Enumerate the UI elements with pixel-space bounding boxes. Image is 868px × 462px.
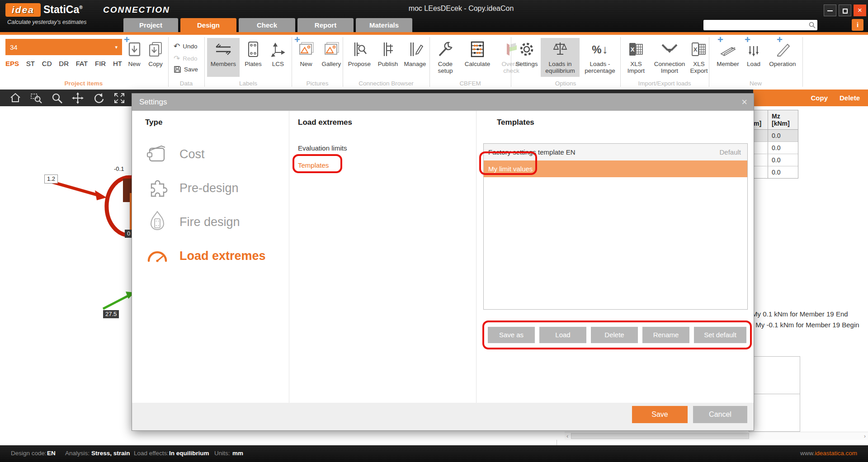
tab-design[interactable]: Design (180, 18, 236, 32)
load-template-button[interactable]: Load (539, 327, 586, 343)
group-label-cbfem: CBFEM (430, 80, 510, 87)
scroll-right-icon[interactable]: › (864, 433, 866, 439)
search-icon[interactable] (808, 21, 816, 29)
fit-view-icon[interactable] (113, 92, 126, 104)
calculate-button[interactable]: Calculate (460, 38, 495, 77)
template-row-selected[interactable]: My limit values (484, 160, 747, 177)
rotate-icon[interactable] (92, 92, 105, 104)
maximize-button[interactable] (839, 5, 851, 16)
divider (557, 440, 557, 445)
info-button[interactable]: i (852, 19, 863, 31)
picture-new-button[interactable]: + New (294, 38, 318, 77)
product-name: CONNECTION (103, 5, 170, 15)
manage-button[interactable]: Manage (402, 38, 428, 77)
cost-icon (145, 142, 170, 166)
copy-item-button[interactable]: Copy (811, 94, 828, 102)
copy-project-item-button[interactable]: Copy (145, 38, 166, 77)
scene-3d-view[interactable] (0, 106, 136, 441)
type-item-pre-design[interactable]: Pre-design (145, 175, 281, 201)
code-setup-button[interactable]: Code setup (431, 38, 459, 77)
connection-import-button[interactable]: Connection Import (650, 38, 689, 77)
labels-lcs-toggle[interactable]: LCS (266, 38, 290, 77)
home-icon[interactable] (9, 92, 22, 104)
scroll-left-icon[interactable]: ‹ (566, 433, 568, 439)
dialog-save-button[interactable]: Save (632, 406, 688, 423)
delete-item-button[interactable]: Delete (840, 94, 860, 102)
evaluation-limits-link[interactable]: Evaluation limits (298, 144, 347, 152)
note-line: My 0.1 kNm for Member 19 End (752, 309, 859, 320)
table-row[interactable]: 0.0 (752, 142, 798, 154)
table-row[interactable]: 0.0 (752, 130, 798, 142)
horizontal-scrollbar[interactable]: ‹ › (565, 432, 868, 440)
xls-export-button[interactable]: X XLS Export (690, 38, 708, 77)
divider (289, 111, 289, 403)
templates-list: Factory settings template EN Default My … (483, 143, 748, 310)
bottom-strip (0, 440, 868, 445)
type-item-cost[interactable]: Cost (145, 141, 281, 167)
type-item-load-extremes[interactable]: Load extremes (145, 243, 281, 269)
search-box (703, 20, 817, 30)
new-operation-button[interactable]: + Operation (765, 38, 800, 77)
search-input[interactable] (704, 20, 807, 29)
redo-button[interactable]: ↷ Redo (174, 54, 198, 63)
zoom-icon[interactable] (51, 92, 63, 104)
filter-st[interactable]: ST (26, 60, 35, 67)
application-window: idea StatiCa® CONNECTION Calculate yeste… (0, 0, 868, 462)
filter-fir[interactable]: FIR (95, 60, 106, 67)
settings-dialog: Settings × Type Cost Pre-design (132, 93, 754, 431)
filter-ht[interactable]: HT (113, 60, 122, 67)
picture-gallery-button[interactable]: Gallery (319, 38, 344, 77)
publish-button[interactable]: Publish (375, 38, 401, 77)
new-member-button[interactable]: + Member (713, 38, 742, 77)
zoom-window-icon[interactable] (30, 92, 42, 104)
rename-template-button[interactable]: Rename (642, 327, 689, 343)
right-panel-box (749, 356, 800, 394)
tab-check[interactable]: Check (239, 18, 295, 32)
new-load-button[interactable]: + Load (744, 38, 764, 77)
template-row-factory[interactable]: Factory settings template EN Default (484, 144, 747, 160)
xls-import-button[interactable]: X XLS Import (623, 38, 649, 77)
manage-icon (407, 41, 423, 58)
abacus-icon (469, 41, 486, 58)
connection-import-icon (660, 42, 679, 57)
filter-fat[interactable]: FAT (76, 60, 88, 67)
labels-members-toggle[interactable]: Members (207, 38, 240, 77)
dialog-title-bar[interactable]: Settings × (132, 94, 754, 111)
website-link[interactable]: www.ideastatica.com (800, 450, 857, 457)
divider (802, 37, 803, 87)
table-row[interactable]: 0.0 (752, 154, 798, 166)
delete-template-button[interactable]: Delete (591, 327, 638, 343)
scrollbar-thumb[interactable] (571, 433, 749, 439)
tab-materials[interactable]: Materials (356, 18, 412, 32)
loads-percentage-button[interactable]: % ↓ Loads - percentage (580, 38, 619, 77)
close-button[interactable]: × (854, 5, 866, 16)
members-icon (214, 41, 233, 57)
idea-logo-text: idea (12, 5, 34, 15)
type-item-fire-design[interactable]: Fire design (145, 209, 281, 235)
pan-icon[interactable] (71, 92, 84, 104)
dialog-close-icon[interactable]: × (741, 95, 747, 109)
loads-in-equilibrium-toggle[interactable]: Loads in equilibrium (541, 38, 580, 77)
labels-plates-toggle[interactable]: Plates (241, 38, 265, 77)
new-project-item-button[interactable]: + New (124, 38, 144, 77)
save-button[interactable]: Save (174, 66, 198, 73)
project-item-dropdown[interactable]: 34 ▾ (5, 39, 122, 55)
undo-button[interactable]: ↶ Undo (174, 42, 198, 51)
maximize-icon (843, 9, 848, 14)
templates-link[interactable]: Templates (298, 161, 329, 169)
settings-button[interactable]: Settings (514, 38, 540, 77)
set-default-button[interactable]: Set default (694, 327, 746, 343)
table-row[interactable]: 0.0 (752, 166, 798, 178)
save-as-button[interactable]: Save as (488, 327, 535, 343)
group-label-project-items: Project items (27, 80, 140, 87)
divider (476, 111, 476, 403)
minimize-button[interactable] (824, 5, 836, 16)
filter-eps[interactable]: EPS (5, 60, 19, 67)
table-header-row: m] Mz [kNm] (752, 110, 798, 130)
propose-button[interactable]: Propose (345, 38, 373, 77)
tab-report[interactable]: Report (297, 18, 354, 32)
tab-project[interactable]: Project (123, 18, 178, 32)
filter-dr[interactable]: DR (59, 60, 69, 67)
dialog-cancel-button[interactable]: Cancel (693, 406, 747, 423)
filter-cd[interactable]: CD (42, 60, 52, 67)
